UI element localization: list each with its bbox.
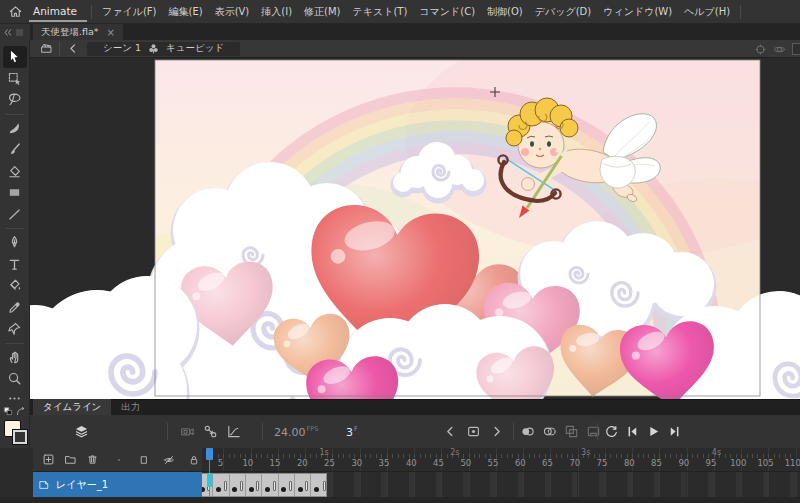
- lasso-tool[interactable]: [3, 89, 27, 111]
- menu-item-5[interactable]: 修正(M): [298, 0, 346, 24]
- keyframe-segment[interactable]: [312, 474, 328, 496]
- insert-keyframe-icon[interactable]: [466, 424, 481, 439]
- cloud[interactable]: [30, 276, 200, 399]
- menu-item-4[interactable]: 挿入(I): [255, 0, 298, 24]
- keyframe-segment[interactable]: [246, 474, 262, 496]
- outline-box-icon[interactable]: [138, 454, 150, 466]
- step-forward-icon[interactable]: [489, 424, 504, 439]
- menu-item-3[interactable]: 表示(V): [209, 0, 256, 24]
- close-icon[interactable]: ×: [107, 27, 115, 38]
- scene-breadcrumb[interactable]: シーン 1: [103, 42, 141, 55]
- pen-tool[interactable]: [3, 232, 27, 254]
- swap-colors-icon[interactable]: [15, 406, 26, 417]
- frame-tick: [556, 454, 557, 458]
- layers-icon[interactable]: [74, 424, 89, 439]
- keyframe-segment[interactable]: [230, 474, 246, 496]
- prev-frame-icon[interactable]: [625, 424, 640, 439]
- ruler-frame-number: 25: [324, 458, 335, 468]
- ruler-frame-number: 90: [678, 458, 689, 468]
- timeline-tab-1[interactable]: タイムライン: [33, 399, 111, 415]
- more-options-icon[interactable]: [7, 391, 22, 406]
- menu-item-9[interactable]: デバッグ(D): [529, 0, 597, 24]
- zoom-tool[interactable]: [3, 368, 27, 390]
- camera-frame-icon[interactable]: [586, 424, 601, 439]
- camera-icon[interactable]: [180, 424, 195, 439]
- frame-tick: [638, 454, 639, 458]
- line-tool[interactable]: [3, 204, 27, 226]
- tool-divider: [6, 343, 24, 344]
- home-icon[interactable]: [8, 4, 23, 19]
- delete-layer-icon[interactable]: [86, 453, 99, 466]
- parenting-icon[interactable]: [203, 424, 218, 439]
- play-icon[interactable]: [646, 424, 661, 439]
- frame-value[interactable]: 3: [346, 425, 353, 438]
- new-layer-icon[interactable]: [42, 453, 55, 466]
- step-back-icon[interactable]: [443, 424, 458, 439]
- pasteboard[interactable]: [30, 58, 800, 399]
- edit-multiple-frames-icon[interactable]: [564, 424, 579, 439]
- selection-tool[interactable]: [3, 46, 27, 68]
- frame-tick: [229, 454, 230, 458]
- app-name[interactable]: Animate: [29, 1, 87, 22]
- back-arrow-icon[interactable]: [66, 42, 79, 55]
- stroke-color-swatch[interactable]: [13, 430, 27, 444]
- fluid-brush-tool[interactable]: [3, 118, 27, 140]
- fps-value[interactable]: 24.00: [274, 425, 306, 438]
- span-end-marker: [256, 481, 259, 491]
- classic-brush-tool[interactable]: [3, 139, 27, 161]
- edit-scene-icon[interactable]: [40, 42, 53, 55]
- keyframe-segment[interactable]: [295, 474, 311, 496]
- fps-display[interactable]: 24.00FPS: [274, 415, 318, 448]
- symbol-breadcrumb[interactable]: キューピッド: [166, 42, 224, 55]
- eraser-tool[interactable]: [3, 161, 27, 183]
- frame-tick: [670, 454, 671, 458]
- menu-item-1[interactable]: ファイル(F): [96, 0, 163, 24]
- menu-item-6[interactable]: テキスト(T): [346, 0, 413, 24]
- pin-icon[interactable]: [754, 43, 767, 56]
- new-folder-icon[interactable]: [64, 453, 77, 466]
- document-tab[interactable]: 天使登場.fla* ×: [33, 24, 123, 40]
- paint-bucket-tool[interactable]: [3, 275, 27, 297]
- layer-name[interactable]: レイヤー_1: [56, 478, 108, 492]
- free-transform-tool[interactable]: [3, 68, 27, 90]
- frame-tick: [398, 454, 399, 458]
- eyedropper-tool[interactable]: [3, 297, 27, 319]
- keyframe-segment[interactable]: [279, 474, 295, 496]
- stage-canvas[interactable]: [30, 58, 800, 399]
- menu-item-10[interactable]: ウィンドウ(W): [597, 0, 678, 24]
- rotation-icon[interactable]: [773, 43, 786, 56]
- frame-span[interactable]: [196, 473, 327, 497]
- onion-outline-icon[interactable]: [542, 424, 557, 439]
- menu-item-7[interactable]: コマンド(C): [413, 0, 481, 24]
- onion-skin-icon[interactable]: [520, 424, 535, 439]
- current-frame-display[interactable]: 3F: [346, 415, 358, 448]
- frame-tick: [430, 454, 431, 458]
- loop-icon[interactable]: [604, 424, 619, 439]
- hand-tool[interactable]: [3, 347, 27, 369]
- layer-row[interactable]: レイヤー_1: [33, 472, 202, 497]
- playhead-handle[interactable]: [206, 448, 213, 460]
- keyframe-segment[interactable]: [262, 474, 278, 496]
- graph-editor-icon[interactable]: [226, 424, 241, 439]
- frame-tick: [501, 454, 502, 458]
- lock-icon[interactable]: [188, 454, 200, 466]
- collapse-panel-icon[interactable]: [2, 27, 13, 38]
- eye-slash-icon[interactable]: [163, 454, 175, 466]
- asset-warp-tool[interactable]: [3, 318, 27, 340]
- next-frame-icon[interactable]: [667, 424, 682, 439]
- frame-tick: [561, 454, 562, 458]
- keyframe-segment[interactable]: [213, 474, 229, 496]
- default-colors-icon[interactable]: [3, 406, 14, 417]
- frame-tick: [512, 454, 513, 458]
- menu-item-2[interactable]: 編集(E): [163, 0, 209, 24]
- frame-tick: [665, 454, 666, 458]
- frame-tick: [479, 454, 480, 458]
- rectangle-tool[interactable]: [3, 182, 27, 204]
- timeline-tab-2[interactable]: 出力: [111, 399, 150, 415]
- panel-chip-icon[interactable]: [16, 29, 23, 36]
- highlight-dot-icon[interactable]: [113, 454, 125, 466]
- frame-tick: [747, 454, 748, 458]
- menu-item-8[interactable]: 制御(O): [481, 0, 529, 24]
- menu-item-11[interactable]: ヘルプ(H): [678, 0, 736, 24]
- text-tool[interactable]: [3, 254, 27, 276]
